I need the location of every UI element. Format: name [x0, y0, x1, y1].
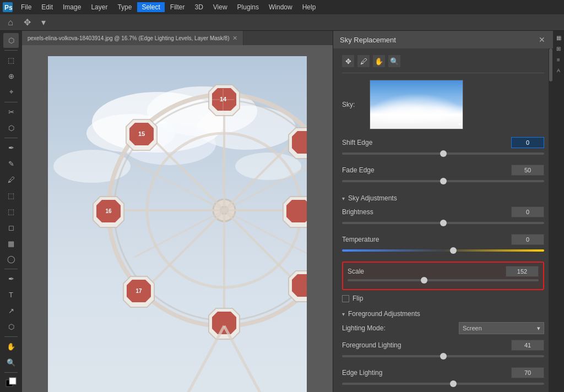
- tool-eyedropper[interactable]: ✒: [3, 140, 19, 155]
- menu-type[interactable]: Type: [113, 2, 136, 12]
- edge-lighting-label: Edge Lighting: [342, 369, 382, 377]
- arrow-dropdown[interactable]: ▾: [37, 17, 50, 29]
- fade-edge-thumb[interactable]: [440, 178, 447, 184]
- lighting-mode-dropdown[interactable]: Screen ▾: [459, 322, 544, 334]
- scale-track[interactable]: [348, 279, 539, 281]
- sky-adjustments-header[interactable]: ▾ Sky Adjustments: [342, 194, 544, 202]
- menu-window[interactable]: Window: [264, 2, 297, 12]
- sky-dropdown-arrow[interactable]: ▾: [458, 121, 461, 127]
- svg-marker-43: [292, 274, 307, 297]
- dialog-scrollbar[interactable]: [549, 48, 553, 392]
- scrollbar-thumb[interactable]: [549, 48, 552, 81]
- tool-healing[interactable]: ✎: [3, 156, 19, 171]
- tool-marquee[interactable]: ⬚: [3, 53, 19, 68]
- dialog-hand-tool[interactable]: ✋: [373, 55, 385, 67]
- foreground-lighting-label: Foreground Lighting: [342, 341, 401, 349]
- tool-brush[interactable]: 🖊: [3, 172, 19, 187]
- tool-shape[interactable]: ⬡: [3, 319, 19, 334]
- tool-move[interactable]: ⬡: [3, 33, 19, 48]
- fade-edge-track[interactable]: [342, 180, 544, 182]
- tool-hand[interactable]: ✋: [3, 339, 19, 354]
- tool-path[interactable]: ↗: [3, 303, 19, 318]
- menu-help[interactable]: Help: [298, 2, 321, 12]
- flip-row: Flip: [342, 295, 544, 302]
- tool-stamp[interactable]: ⬚: [3, 188, 19, 203]
- brightness-value[interactable]: 0: [511, 206, 544, 217]
- tab-bar: pexels-elina-volkova-18403914.jpg @ 16.7…: [22, 31, 333, 45]
- tool-foreground-bg[interactable]: [3, 375, 19, 390]
- right-icon-3[interactable]: ≡: [554, 55, 563, 64]
- sky-selector[interactable]: ▾: [370, 80, 463, 129]
- dialog-zoom-tool[interactable]: 🔍: [388, 55, 400, 67]
- menu-layer[interactable]: Layer: [86, 2, 112, 12]
- temperature-track[interactable]: [342, 249, 544, 252]
- right-icon-2[interactable]: ⊞: [554, 44, 563, 53]
- foreground-lighting-row: Foreground Lighting 41: [342, 340, 544, 351]
- flip-checkbox[interactable]: [342, 295, 349, 302]
- shift-edge-thumb[interactable]: [440, 150, 447, 157]
- home-icon[interactable]: ⌂: [4, 17, 17, 29]
- toolbar-separator-2: [4, 102, 18, 102]
- foreground-adjustments-header[interactable]: ▾ Foreground Adjustments: [342, 310, 544, 318]
- tool-crop[interactable]: ✂: [3, 105, 19, 119]
- tool-text[interactable]: T: [3, 287, 19, 302]
- shift-edge-track[interactable]: [342, 153, 544, 155]
- tool-pen[interactable]: ✒: [3, 271, 19, 286]
- edge-lighting-slider-row: [342, 380, 544, 389]
- menu-view[interactable]: View: [209, 2, 232, 12]
- menu-select[interactable]: Select: [137, 2, 164, 12]
- right-icon-1[interactable]: ▦: [554, 33, 563, 42]
- lighting-mode-row: Lighting Mode: Screen ▾: [342, 322, 544, 334]
- tool-blur[interactable]: ◯: [3, 252, 19, 267]
- menu-image[interactable]: Image: [58, 2, 85, 12]
- tool-history[interactable]: ⬚: [3, 204, 19, 219]
- dialog-close-button[interactable]: ✕: [538, 35, 546, 44]
- tab-filename: pexels-elina-volkova-18403914.jpg @ 16.7…: [28, 35, 229, 41]
- temperature-value[interactable]: 0: [511, 234, 544, 245]
- tool-gradient[interactable]: ▦: [3, 236, 19, 251]
- move-tool-icon[interactable]: ✥: [21, 17, 33, 29]
- app-logo: Ps: [2, 2, 13, 13]
- tool-zoom[interactable]: 🔍: [3, 355, 19, 370]
- menu-edit[interactable]: Edit: [37, 2, 57, 12]
- canvas-image: 14 15 16 17: [48, 56, 307, 392]
- sky-replacement-dialog: Sky Replacement ✕ ✥ 🖊 ✋ 🔍 Sky: ▾: [333, 31, 553, 392]
- canvas-tab[interactable]: pexels-elina-volkova-18403914.jpg @ 16.7…: [22, 31, 243, 45]
- svg-marker-37: [212, 312, 236, 334]
- temperature-thumb[interactable]: [450, 247, 457, 254]
- dialog-brush-tool[interactable]: 🖊: [357, 55, 370, 67]
- tool-lasso[interactable]: ⊕: [3, 69, 19, 84]
- menu-3d[interactable]: 3D: [190, 2, 207, 12]
- shift-edge-label: Shift Edge: [342, 139, 372, 146]
- tool-select[interactable]: ⌖: [3, 85, 19, 100]
- fg-adj-label: Foreground Adjustments: [348, 310, 420, 318]
- scale-thumb[interactable]: [421, 277, 427, 284]
- menu-filter[interactable]: Filter: [166, 2, 189, 12]
- brightness-thumb[interactable]: [440, 220, 447, 226]
- svg-text:15: 15: [138, 130, 145, 137]
- svg-marker-41: [292, 131, 307, 154]
- edge-lighting-track[interactable]: [342, 383, 544, 385]
- edge-lighting-thumb[interactable]: [450, 380, 457, 387]
- tool-eraser[interactable]: ◻: [3, 220, 19, 235]
- sky-preview-image: [370, 80, 463, 129]
- foreground-lighting-thumb[interactable]: [440, 353, 447, 360]
- menu-plugins[interactable]: Plugins: [233, 2, 263, 12]
- foreground-lighting-value[interactable]: 41: [511, 340, 544, 351]
- foreground-lighting-track[interactable]: [342, 355, 544, 357]
- menu-file[interactable]: File: [17, 2, 36, 12]
- brightness-track[interactable]: [342, 222, 544, 224]
- brightness-slider-row: [342, 220, 544, 228]
- dialog-move-tool[interactable]: ✥: [342, 55, 354, 67]
- fade-edge-value[interactable]: 50: [511, 165, 544, 176]
- tool-frame[interactable]: ⬡: [3, 121, 19, 135]
- canvas-content: 14 15 16 17: [22, 45, 333, 392]
- brightness-row: Brightness 0: [342, 206, 544, 217]
- scale-section-highlighted: Scale 152: [342, 262, 544, 290]
- foreground-lighting-slider-row: [342, 353, 544, 362]
- shift-edge-value[interactable]: 0: [511, 137, 544, 148]
- scale-value[interactable]: 152: [506, 266, 539, 277]
- right-icon-text[interactable]: A: [554, 66, 563, 75]
- tab-close-button[interactable]: ✕: [232, 35, 237, 42]
- edge-lighting-value[interactable]: 70: [511, 367, 544, 378]
